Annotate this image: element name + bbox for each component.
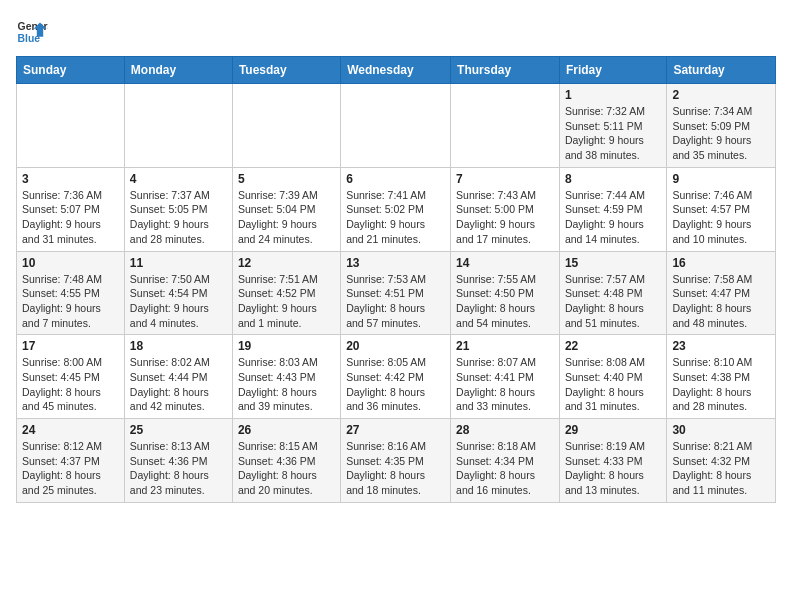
day-info: Sunrise: 7:44 AM Sunset: 4:59 PM Dayligh… xyxy=(565,188,661,247)
day-cell: 5Sunrise: 7:39 AM Sunset: 5:04 PM Daylig… xyxy=(232,167,340,251)
day-info: Sunrise: 7:50 AM Sunset: 4:54 PM Dayligh… xyxy=(130,272,227,331)
day-cell: 10Sunrise: 7:48 AM Sunset: 4:55 PM Dayli… xyxy=(17,251,125,335)
week-row-5: 24Sunrise: 8:12 AM Sunset: 4:37 PM Dayli… xyxy=(17,419,776,503)
day-cell: 9Sunrise: 7:46 AM Sunset: 4:57 PM Daylig… xyxy=(667,167,776,251)
day-number: 4 xyxy=(130,172,227,186)
day-info: Sunrise: 8:03 AM Sunset: 4:43 PM Dayligh… xyxy=(238,355,335,414)
weekday-header-tuesday: Tuesday xyxy=(232,57,340,84)
day-cell: 25Sunrise: 8:13 AM Sunset: 4:36 PM Dayli… xyxy=(124,419,232,503)
day-cell: 21Sunrise: 8:07 AM Sunset: 4:41 PM Dayli… xyxy=(451,335,560,419)
day-number: 22 xyxy=(565,339,661,353)
day-cell xyxy=(341,84,451,168)
day-number: 21 xyxy=(456,339,554,353)
day-cell xyxy=(17,84,125,168)
day-cell: 7Sunrise: 7:43 AM Sunset: 5:00 PM Daylig… xyxy=(451,167,560,251)
day-info: Sunrise: 8:18 AM Sunset: 4:34 PM Dayligh… xyxy=(456,439,554,498)
day-number: 15 xyxy=(565,256,661,270)
day-cell: 18Sunrise: 8:02 AM Sunset: 4:44 PM Dayli… xyxy=(124,335,232,419)
day-cell: 1Sunrise: 7:32 AM Sunset: 5:11 PM Daylig… xyxy=(559,84,666,168)
day-cell xyxy=(124,84,232,168)
day-cell: 29Sunrise: 8:19 AM Sunset: 4:33 PM Dayli… xyxy=(559,419,666,503)
day-info: Sunrise: 8:08 AM Sunset: 4:40 PM Dayligh… xyxy=(565,355,661,414)
day-info: Sunrise: 8:16 AM Sunset: 4:35 PM Dayligh… xyxy=(346,439,445,498)
day-cell: 23Sunrise: 8:10 AM Sunset: 4:38 PM Dayli… xyxy=(667,335,776,419)
weekday-header-saturday: Saturday xyxy=(667,57,776,84)
day-info: Sunrise: 7:57 AM Sunset: 4:48 PM Dayligh… xyxy=(565,272,661,331)
day-cell: 19Sunrise: 8:03 AM Sunset: 4:43 PM Dayli… xyxy=(232,335,340,419)
logo-icon: General Blue xyxy=(16,16,48,48)
day-number: 12 xyxy=(238,256,335,270)
day-info: Sunrise: 8:12 AM Sunset: 4:37 PM Dayligh… xyxy=(22,439,119,498)
day-number: 11 xyxy=(130,256,227,270)
day-cell: 3Sunrise: 7:36 AM Sunset: 5:07 PM Daylig… xyxy=(17,167,125,251)
day-info: Sunrise: 8:19 AM Sunset: 4:33 PM Dayligh… xyxy=(565,439,661,498)
week-row-3: 10Sunrise: 7:48 AM Sunset: 4:55 PM Dayli… xyxy=(17,251,776,335)
header: General Blue xyxy=(16,16,776,48)
day-number: 2 xyxy=(672,88,770,102)
weekday-header-wednesday: Wednesday xyxy=(341,57,451,84)
day-cell: 22Sunrise: 8:08 AM Sunset: 4:40 PM Dayli… xyxy=(559,335,666,419)
day-number: 10 xyxy=(22,256,119,270)
day-info: Sunrise: 8:07 AM Sunset: 4:41 PM Dayligh… xyxy=(456,355,554,414)
day-cell: 20Sunrise: 8:05 AM Sunset: 4:42 PM Dayli… xyxy=(341,335,451,419)
day-cell: 4Sunrise: 7:37 AM Sunset: 5:05 PM Daylig… xyxy=(124,167,232,251)
day-cell: 11Sunrise: 7:50 AM Sunset: 4:54 PM Dayli… xyxy=(124,251,232,335)
day-info: Sunrise: 8:02 AM Sunset: 4:44 PM Dayligh… xyxy=(130,355,227,414)
day-cell: 6Sunrise: 7:41 AM Sunset: 5:02 PM Daylig… xyxy=(341,167,451,251)
day-info: Sunrise: 7:32 AM Sunset: 5:11 PM Dayligh… xyxy=(565,104,661,163)
day-info: Sunrise: 7:51 AM Sunset: 4:52 PM Dayligh… xyxy=(238,272,335,331)
day-number: 6 xyxy=(346,172,445,186)
day-cell: 8Sunrise: 7:44 AM Sunset: 4:59 PM Daylig… xyxy=(559,167,666,251)
day-info: Sunrise: 7:53 AM Sunset: 4:51 PM Dayligh… xyxy=(346,272,445,331)
week-row-2: 3Sunrise: 7:36 AM Sunset: 5:07 PM Daylig… xyxy=(17,167,776,251)
day-cell: 28Sunrise: 8:18 AM Sunset: 4:34 PM Dayli… xyxy=(451,419,560,503)
day-cell: 30Sunrise: 8:21 AM Sunset: 4:32 PM Dayli… xyxy=(667,419,776,503)
day-number: 23 xyxy=(672,339,770,353)
day-number: 25 xyxy=(130,423,227,437)
day-info: Sunrise: 7:37 AM Sunset: 5:05 PM Dayligh… xyxy=(130,188,227,247)
day-cell: 12Sunrise: 7:51 AM Sunset: 4:52 PM Dayli… xyxy=(232,251,340,335)
day-info: Sunrise: 7:58 AM Sunset: 4:47 PM Dayligh… xyxy=(672,272,770,331)
day-info: Sunrise: 7:46 AM Sunset: 4:57 PM Dayligh… xyxy=(672,188,770,247)
day-cell: 26Sunrise: 8:15 AM Sunset: 4:36 PM Dayli… xyxy=(232,419,340,503)
weekday-header-monday: Monday xyxy=(124,57,232,84)
weekday-header-thursday: Thursday xyxy=(451,57,560,84)
week-row-1: 1Sunrise: 7:32 AM Sunset: 5:11 PM Daylig… xyxy=(17,84,776,168)
day-number: 16 xyxy=(672,256,770,270)
weekday-header-row: SundayMondayTuesdayWednesdayThursdayFrid… xyxy=(17,57,776,84)
day-number: 29 xyxy=(565,423,661,437)
day-number: 7 xyxy=(456,172,554,186)
day-number: 18 xyxy=(130,339,227,353)
day-info: Sunrise: 8:10 AM Sunset: 4:38 PM Dayligh… xyxy=(672,355,770,414)
day-number: 26 xyxy=(238,423,335,437)
day-info: Sunrise: 8:15 AM Sunset: 4:36 PM Dayligh… xyxy=(238,439,335,498)
day-info: Sunrise: 8:00 AM Sunset: 4:45 PM Dayligh… xyxy=(22,355,119,414)
day-cell: 24Sunrise: 8:12 AM Sunset: 4:37 PM Dayli… xyxy=(17,419,125,503)
day-info: Sunrise: 7:43 AM Sunset: 5:00 PM Dayligh… xyxy=(456,188,554,247)
day-info: Sunrise: 8:05 AM Sunset: 4:42 PM Dayligh… xyxy=(346,355,445,414)
day-info: Sunrise: 7:55 AM Sunset: 4:50 PM Dayligh… xyxy=(456,272,554,331)
day-cell: 17Sunrise: 8:00 AM Sunset: 4:45 PM Dayli… xyxy=(17,335,125,419)
day-number: 24 xyxy=(22,423,119,437)
day-info: Sunrise: 7:48 AM Sunset: 4:55 PM Dayligh… xyxy=(22,272,119,331)
day-cell: 16Sunrise: 7:58 AM Sunset: 4:47 PM Dayli… xyxy=(667,251,776,335)
day-number: 28 xyxy=(456,423,554,437)
weekday-header-sunday: Sunday xyxy=(17,57,125,84)
day-info: Sunrise: 8:21 AM Sunset: 4:32 PM Dayligh… xyxy=(672,439,770,498)
logo: General Blue xyxy=(16,16,48,48)
day-number: 8 xyxy=(565,172,661,186)
day-number: 27 xyxy=(346,423,445,437)
day-info: Sunrise: 8:13 AM Sunset: 4:36 PM Dayligh… xyxy=(130,439,227,498)
day-info: Sunrise: 7:34 AM Sunset: 5:09 PM Dayligh… xyxy=(672,104,770,163)
day-number: 5 xyxy=(238,172,335,186)
day-number: 30 xyxy=(672,423,770,437)
day-number: 20 xyxy=(346,339,445,353)
day-cell: 15Sunrise: 7:57 AM Sunset: 4:48 PM Dayli… xyxy=(559,251,666,335)
day-info: Sunrise: 7:41 AM Sunset: 5:02 PM Dayligh… xyxy=(346,188,445,247)
day-number: 1 xyxy=(565,88,661,102)
day-info: Sunrise: 7:39 AM Sunset: 5:04 PM Dayligh… xyxy=(238,188,335,247)
weekday-header-friday: Friday xyxy=(559,57,666,84)
day-number: 19 xyxy=(238,339,335,353)
day-cell xyxy=(232,84,340,168)
day-cell: 13Sunrise: 7:53 AM Sunset: 4:51 PM Dayli… xyxy=(341,251,451,335)
